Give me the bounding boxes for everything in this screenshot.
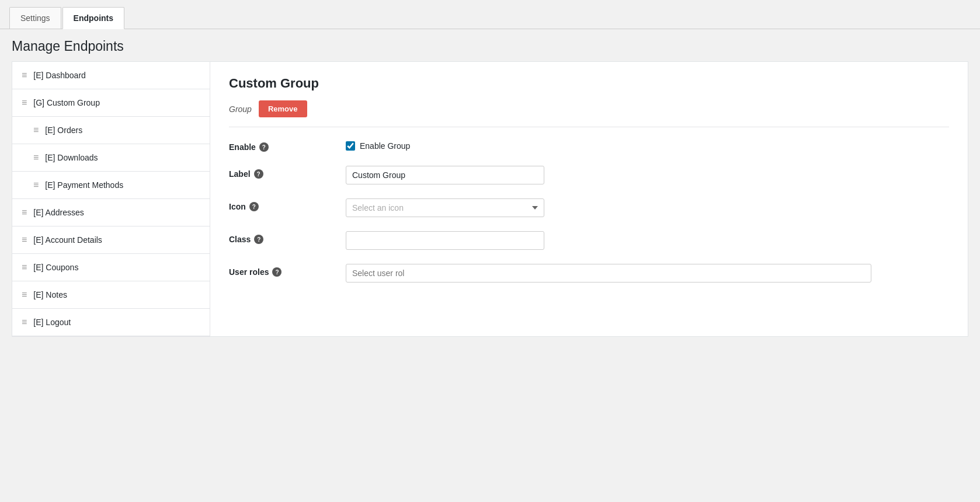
enable-checkbox-row: Enable Group [346,139,949,151]
group-type-label: Group [229,104,252,114]
drag-handle-icon: ≡ [22,290,27,300]
drag-handle-icon: ≡ [33,152,39,163]
class-help-icon[interactable]: ? [254,235,263,244]
main-content: ≡ [E] Dashboard ≡ [G] Custom Group ≡ [E]… [12,61,968,337]
tabs-bar: Settings Endpoints [0,0,980,29]
divider [229,127,949,127]
sidebar: ≡ [E] Dashboard ≡ [G] Custom Group ≡ [E]… [12,61,210,337]
enable-help-icon[interactable]: ? [259,142,269,152]
drag-handle-icon: ≡ [33,180,39,190]
user-roles-control [346,264,949,283]
sidebar-item-account-details[interactable]: ≡ [E] Account Details [12,226,210,254]
enable-checkbox-label: Enable Group [360,141,410,151]
page-title: Manage Endpoints [0,29,980,61]
class-input[interactable] [346,231,544,250]
enable-control: Enable Group [346,139,949,151]
form-row-enable: Enable ? Enable Group [229,139,949,152]
label-control [346,166,949,184]
drag-handle-icon: ≡ [33,125,39,135]
drag-handle-icon: ≡ [22,235,27,245]
user-roles-field-label: User roles ? [229,264,346,277]
user-roles-help-icon[interactable]: ? [272,267,282,277]
sidebar-item-dashboard[interactable]: ≡ [E] Dashboard [12,62,210,89]
sidebar-item-logout[interactable]: ≡ [E] Logout [12,309,210,336]
label-input[interactable] [346,166,544,184]
drag-handle-icon: ≡ [22,317,27,327]
form-row-class: Class ? [229,231,949,250]
sidebar-item-custom-group[interactable]: ≡ [G] Custom Group [12,89,210,117]
detail-panel: Custom Group Group Remove Enable ? Enabl… [210,61,968,337]
icon-field-label: Icon ? [229,198,346,211]
icon-help-icon[interactable]: ? [249,202,259,211]
tab-endpoints[interactable]: Endpoints [62,7,124,29]
icon-control: Select an icon [346,198,949,217]
label-help-icon[interactable]: ? [254,169,263,179]
sidebar-item-addresses[interactable]: ≡ [E] Addresses [12,199,210,226]
sidebar-item-downloads[interactable]: ≡ [E] Downloads [12,144,210,172]
icon-select[interactable]: Select an icon [346,198,544,217]
tab-settings[interactable]: Settings [9,7,61,29]
enable-checkbox[interactable] [346,141,355,151]
drag-handle-icon: ≡ [22,70,27,81]
form-row-user-roles: User roles ? [229,264,949,283]
sidebar-item-coupons[interactable]: ≡ [E] Coupons [12,254,210,281]
enable-label: Enable ? [229,139,346,152]
class-control [346,231,949,250]
drag-handle-icon: ≡ [22,207,27,218]
sidebar-item-orders[interactable]: ≡ [E] Orders [12,117,210,144]
form-row-label: Label ? [229,166,949,184]
form-row-icon: Icon ? Select an icon [229,198,949,217]
sidebar-item-notes[interactable]: ≡ [E] Notes [12,281,210,309]
group-row: Group Remove [229,100,949,117]
label-field-label: Label ? [229,166,346,179]
user-roles-input[interactable] [346,264,871,283]
detail-title: Custom Group [229,76,949,91]
class-field-label: Class ? [229,231,346,244]
drag-handle-icon: ≡ [22,97,27,108]
remove-button[interactable]: Remove [259,100,307,117]
drag-handle-icon: ≡ [22,262,27,273]
sidebar-item-payment-methods[interactable]: ≡ [E] Payment Methods [12,172,210,199]
